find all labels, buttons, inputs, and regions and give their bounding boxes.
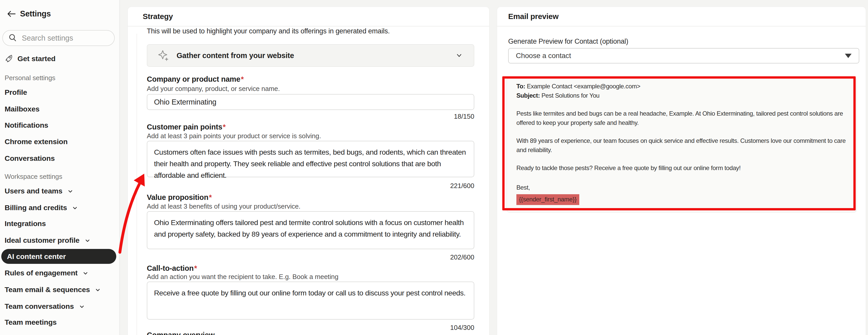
company-name-input[interactable]: Ohio Exterminating: [147, 94, 474, 110]
sidebar-item-billing-and-credits[interactable]: Billing and credits: [5, 202, 78, 213]
chevron-down-icon: [82, 270, 89, 276]
email-to-label: To:: [516, 83, 525, 90]
chevron-down-icon: [72, 205, 78, 211]
sidebar-item-integrations[interactable]: Integrations: [5, 218, 46, 229]
sidebar-item-team-meetings[interactable]: Team meetings: [5, 317, 57, 328]
contact-select[interactable]: Choose a contact: [508, 48, 859, 63]
call-to-action-textarea[interactable]: Receive a free quote by filling out our …: [147, 282, 474, 319]
chevron-down-icon: [85, 238, 91, 244]
search-icon: [8, 34, 17, 43]
field-helper-value-proposition: Add at least 3 benefits of using your pr…: [147, 202, 301, 211]
dropdown-caret-icon: [845, 54, 851, 58]
contact-select-value: Choose a contact: [516, 52, 845, 60]
char-counter-pain-points: 221/600: [147, 182, 474, 190]
email-preview-title: Email preview: [508, 12, 558, 21]
sender-first-name-token: {{sender_first_name}}: [516, 194, 579, 205]
sidebar-item-ai-content-center[interactable]: AI content center: [1, 249, 116, 264]
sparkles-icon: [158, 50, 169, 61]
email-paragraph: Pests like termites and bed bugs can be …: [516, 109, 850, 128]
sidebar-item-rules-of-engagement[interactable]: Rules of engagement: [5, 268, 89, 278]
required-asterisk: *: [194, 264, 197, 272]
chevron-down-icon: [455, 52, 463, 59]
email-subject-line: Subject: Pest Solutions for You: [516, 91, 850, 100]
required-asterisk: *: [223, 123, 226, 131]
sidebar-item-label: Get started: [18, 54, 56, 63]
chevron-down-icon: [79, 304, 85, 310]
field-label-company-name: Company or product name*: [147, 75, 244, 83]
generate-preview-label: Generate Preview for Contact (optional): [508, 37, 628, 46]
field-label-call-to-action: Call-to-action*: [147, 264, 197, 273]
strategy-header: Strategy: [128, 7, 489, 26]
section-label-personal: Personal settings: [5, 74, 56, 82]
sidebar-item-team-email-sequences[interactable]: Team email & sequences: [5, 284, 101, 295]
sidebar-item-profile[interactable]: Profile: [5, 87, 27, 97]
back-button[interactable]: Settings: [7, 9, 51, 19]
field-helper-company-name: Add your company, product, or service na…: [147, 85, 280, 93]
sidebar-item-notifications[interactable]: Notifications: [5, 120, 48, 131]
chevron-down-icon: [67, 188, 73, 194]
content-divider: [136, 34, 137, 335]
gather-content-label: Gather content from your website: [177, 51, 448, 60]
back-arrow-icon: [7, 10, 16, 18]
email-preview-content: To: Example Contact <example@google.com>…: [516, 82, 850, 205]
sidebar-item-ideal-customer-profile[interactable]: Ideal customer profile: [5, 235, 91, 246]
field-label-pain-points: Customer pain points*: [147, 123, 226, 131]
field-helper-call-to-action: Add an action you want the recipient to …: [147, 273, 339, 281]
email-paragraph: Ready to tackle those pests? Receive a f…: [516, 163, 850, 173]
settings-page: Settings Get started Personal settings P…: [0, 0, 868, 335]
field-label-next-section-partial: Company overview: [147, 331, 215, 335]
sidebar: Settings Get started Personal settings P…: [0, 0, 120, 335]
search-settings-box[interactable]: [2, 30, 115, 46]
email-subject-label: Subject:: [516, 92, 540, 99]
strategy-title: Strategy: [143, 12, 173, 21]
char-counter-call-to-action: 104/300: [147, 324, 474, 332]
sidebar-item-mailboxes[interactable]: Mailboxes: [5, 104, 39, 114]
email-to-line: To: Example Contact <example@google.com>: [516, 82, 850, 91]
field-helper-pain-points: Add at least 3 pain points your product …: [147, 132, 321, 140]
sidebar-item-conversations[interactable]: Conversations: [5, 153, 55, 164]
required-asterisk: *: [241, 75, 244, 83]
sidebar-item-chrome-extension[interactable]: Chrome extension: [5, 136, 67, 147]
strategy-intro: This will be used to highlight your comp…: [147, 27, 390, 35]
rocket-icon: [5, 54, 13, 63]
field-label-value-proposition: Value proposition*: [147, 193, 212, 202]
email-preview-header: Email preview: [497, 7, 866, 26]
email-signoff: Best,: [516, 183, 850, 192]
email-paragraph: With 89 years of experience, our team fo…: [516, 136, 850, 155]
value-proposition-textarea[interactable]: Ohio Exterminating offers tailored pest …: [147, 211, 474, 249]
required-asterisk: *: [209, 193, 212, 201]
search-input[interactable]: [22, 34, 119, 43]
chevron-down-icon: [95, 287, 101, 293]
sidebar-title: Settings: [20, 9, 51, 19]
sidebar-item-users-and-teams[interactable]: Users and teams: [5, 186, 73, 196]
sidebar-item-get-started[interactable]: Get started: [5, 54, 56, 63]
gather-content-button[interactable]: Gather content from your website: [147, 44, 474, 67]
sidebar-item-team-conversations[interactable]: Team conversations: [5, 301, 85, 312]
char-counter-value-proposition: 202/600: [147, 253, 474, 261]
pain-points-textarea[interactable]: Customers often face issues with pests s…: [147, 141, 474, 177]
char-counter-company-name: 18/150: [147, 113, 474, 120]
section-label-workspace: Workspace settings: [5, 173, 62, 180]
